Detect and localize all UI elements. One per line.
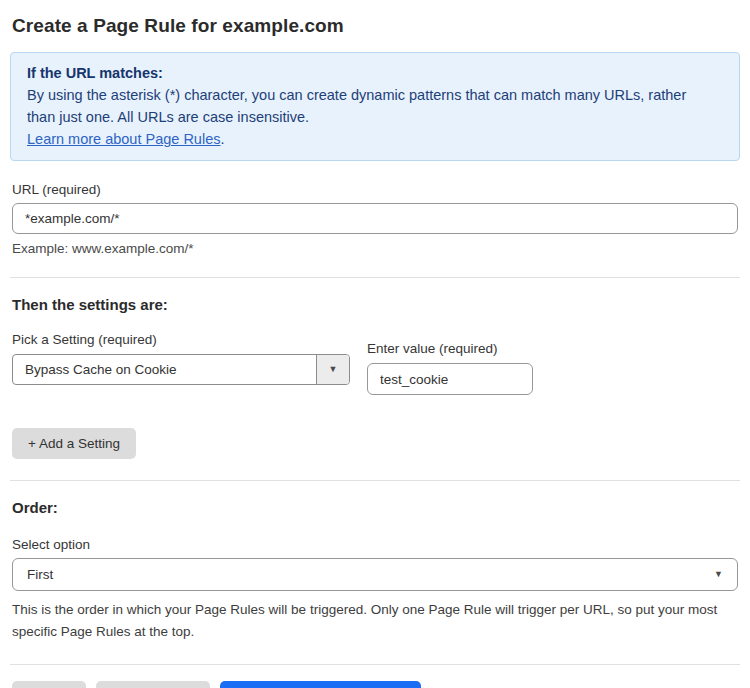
create-page-rule-form: Create a Page Rule for example.com If th… <box>0 0 750 688</box>
info-box-link-line: Learn more about Page Rules. <box>27 128 723 150</box>
setting-select-value: Bypass Cache on Cookie <box>13 355 316 384</box>
save-and-deploy-button[interactable]: Save and Deploy Page Rule <box>220 681 422 688</box>
url-example-hint: Example: www.example.com/* <box>12 241 738 256</box>
settings-section-heading: Then the settings are: <box>12 296 738 313</box>
divider <box>10 664 740 665</box>
info-box-heading: If the URL matches: <box>27 62 723 84</box>
order-select[interactable]: First ▼ <box>12 558 738 591</box>
setting-value-input[interactable] <box>367 363 533 395</box>
pick-setting-label: Pick a Setting (required) <box>12 332 350 347</box>
order-select-label: Select option <box>12 537 738 552</box>
save-as-draft-button[interactable]: Save as Draft <box>96 681 210 688</box>
pick-setting-column: Pick a Setting (required) Bypass Cache o… <box>12 332 350 395</box>
settings-row: Pick a Setting (required) Bypass Cache o… <box>12 332 738 395</box>
add-setting-button[interactable]: + Add a Setting <box>12 428 136 459</box>
url-input[interactable] <box>12 203 738 234</box>
enter-value-label: Enter value (required) <box>367 341 533 356</box>
setting-select-arrow-box[interactable]: ▼ <box>316 355 349 384</box>
order-help-text: This is the order in which your Page Rul… <box>12 599 734 643</box>
info-box-body: By using the asterisk (*) character, you… <box>27 84 692 128</box>
url-field-label: URL (required) <box>12 182 738 197</box>
learn-more-link[interactable]: Learn more about Page Rules <box>27 131 220 147</box>
chevron-down-icon: ▼ <box>714 570 723 579</box>
order-section-heading: Order: <box>12 499 738 516</box>
url-match-info-box: If the URL matches: By using the asteris… <box>10 52 740 161</box>
page-title: Create a Page Rule for example.com <box>12 15 738 37</box>
divider <box>10 480 740 481</box>
cancel-button[interactable]: Cancel <box>12 681 86 688</box>
setting-select[interactable]: Bypass Cache on Cookie ▼ <box>12 354 350 385</box>
divider <box>10 277 740 278</box>
link-suffix: . <box>220 131 224 147</box>
chevron-down-icon: ▼ <box>329 365 338 374</box>
enter-value-column: Enter value (required) <box>367 341 533 395</box>
order-select-value: First <box>27 567 714 582</box>
form-actions: Cancel Save as Draft Save and Deploy Pag… <box>12 681 738 688</box>
